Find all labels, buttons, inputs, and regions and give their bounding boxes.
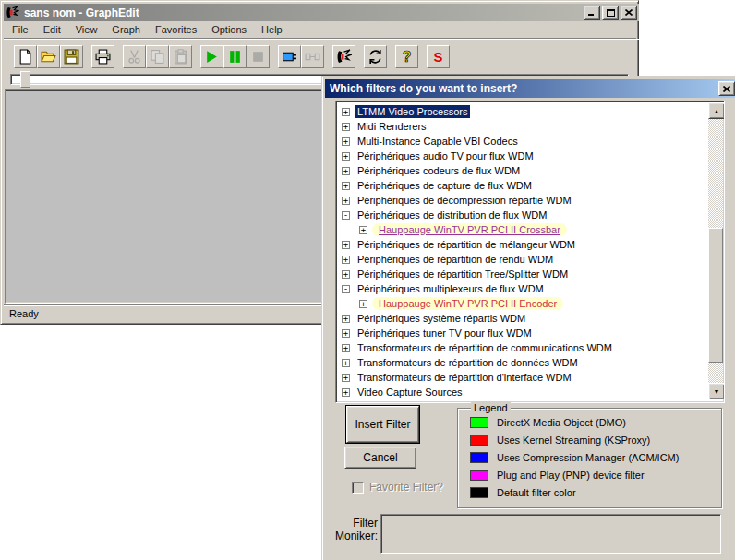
stats-s-button[interactable]: S xyxy=(427,45,450,68)
filter-moniker-field[interactable] xyxy=(380,514,721,554)
tree-item[interactable]: +Périphériques de capture de flux WDM xyxy=(340,178,705,193)
print-button[interactable] xyxy=(91,45,114,68)
tree-item[interactable]: +Périphériques de décompression répartie… xyxy=(340,193,705,208)
tree-item[interactable]: +Video Capture Sources xyxy=(340,385,705,399)
expand-icon[interactable]: + xyxy=(342,241,350,249)
copy-button[interactable] xyxy=(146,45,169,68)
tree-item-label[interactable]: Périphériques de répartition de mélangeu… xyxy=(355,238,578,251)
tree-scrollbar[interactable]: ▲ ▼ xyxy=(708,102,723,399)
tree-item[interactable]: +Transformateurs de répartition de commu… xyxy=(340,340,705,355)
tree-item-label[interactable]: Périphériques multiplexeurs de flux WDM xyxy=(355,282,547,295)
play-button[interactable] xyxy=(200,45,223,68)
filter-tree-list[interactable]: +LTMM Video Processors+Midi Renderers+Mu… xyxy=(335,101,725,403)
window-titlebar[interactable]: sans nom - GraphEdit xyxy=(4,4,639,21)
scroll-up-icon[interactable]: ▲ xyxy=(708,102,725,119)
tree-item-label[interactable]: Périphériques système répartis WDM xyxy=(355,312,528,325)
stop-button[interactable] xyxy=(247,45,270,68)
expand-icon[interactable]: + xyxy=(342,270,350,279)
expand-icon[interactable]: + xyxy=(342,123,350,131)
expand-icon[interactable]: + xyxy=(342,152,350,161)
graphedit-logo-button[interactable] xyxy=(332,45,355,68)
cancel-button[interactable]: Cancel xyxy=(344,447,416,469)
tree-item[interactable]: +Hauppauge WinTV PVR PCI II Encoder xyxy=(340,296,705,311)
tree-item[interactable]: +Transformateurs de répartition d'interf… xyxy=(340,370,705,385)
expand-icon[interactable]: + xyxy=(342,256,350,264)
open-folder-button[interactable] xyxy=(37,45,60,68)
expand-icon[interactable]: + xyxy=(342,315,350,323)
tree-item[interactable]: +Multi-Instance Capable VBI Codecs xyxy=(340,134,705,149)
menu-graph[interactable]: Graph xyxy=(104,22,148,37)
tree-item[interactable]: +Périphériques codeurs de flux WDM xyxy=(340,163,705,178)
insert-filter-button[interactable]: Insert Filter xyxy=(345,405,420,444)
expand-icon[interactable]: + xyxy=(359,300,368,308)
tree-item[interactable]: +Transformateurs de répartition de donné… xyxy=(340,355,705,370)
menu-file[interactable]: File xyxy=(5,22,36,37)
expand-icon[interactable]: + xyxy=(342,108,350,116)
expand-icon[interactable]: + xyxy=(342,374,350,382)
tree-item-label[interactable]: Périphériques de répartition de rendu WD… xyxy=(355,253,556,266)
tree-item[interactable]: +Périphériques de répartition de rendu W… xyxy=(340,252,705,267)
minimize-button[interactable] xyxy=(584,6,600,20)
close-button[interactable] xyxy=(621,6,637,20)
expand-icon[interactable]: + xyxy=(342,344,350,352)
pause-button[interactable] xyxy=(223,45,247,68)
expand-icon[interactable]: + xyxy=(342,167,350,175)
cut-button[interactable] xyxy=(123,45,146,68)
dialog-close-button[interactable] xyxy=(718,81,735,96)
menu-help[interactable]: Help xyxy=(254,22,290,37)
tree-item-label[interactable]: Périphériques audio TV pour flux WDM xyxy=(355,149,536,162)
expand-icon[interactable]: + xyxy=(342,182,350,190)
tree-item-label[interactable]: Périphériques tuner TV pour flux WDM xyxy=(355,327,535,340)
tree-item[interactable]: +Périphériques audio TV pour flux WDM xyxy=(340,149,705,163)
expand-icon[interactable]: + xyxy=(342,137,350,146)
tree-item-label[interactable]: Périphériques de capture de flux WDM xyxy=(355,179,535,192)
refresh-button[interactable] xyxy=(364,45,387,68)
tree-item[interactable]: +Périphériques tuner TV pour flux WDM xyxy=(340,326,705,340)
menu-edit[interactable]: Edit xyxy=(36,22,68,37)
tree-item-label[interactable]: Video Capture Sources xyxy=(355,386,465,399)
tree-item-label[interactable]: Périphériques de distribution de flux WD… xyxy=(355,209,549,221)
tree-item[interactable]: +Périphériques de répartition Tree/Split… xyxy=(340,267,705,281)
tree-item[interactable]: +LTMM Video Processors xyxy=(340,104,705,119)
connect-pins-button[interactable] xyxy=(301,45,324,68)
scroll-down-icon[interactable]: ▼ xyxy=(708,383,725,399)
tree-item-label[interactable]: Multi-Instance Capable VBI Codecs xyxy=(355,135,521,148)
tree-item-label[interactable]: Périphériques de décompression répartie … xyxy=(355,194,574,207)
expand-icon[interactable]: + xyxy=(342,359,350,367)
tree-item-label[interactable]: Périphériques de répartition Tree/Splitt… xyxy=(355,268,571,280)
tree-item[interactable]: +Hauppauge WinTV PVR PCI II Crossbar xyxy=(340,222,705,237)
save-button[interactable] xyxy=(60,45,83,68)
tree-item[interactable]: +Périphériques de répartition de mélange… xyxy=(340,237,705,252)
expand-icon[interactable]: + xyxy=(342,197,350,205)
tree-item-label[interactable]: Hauppauge WinTV PVR PCI II Encoder xyxy=(372,297,563,310)
tree-item-label[interactable]: Transformateurs de répartition de donnée… xyxy=(355,356,581,369)
tree-item-label[interactable]: Midi Renderers xyxy=(355,120,429,133)
collapse-icon[interactable]: - xyxy=(342,285,350,293)
tree-item[interactable]: +Périphériques système répartis WDM xyxy=(340,311,705,326)
tree-item-label[interactable]: Hauppauge WinTV PVR PCI II Crossbar xyxy=(372,223,567,236)
menu-favorites[interactable]: Favorites xyxy=(148,22,204,37)
tree-item-label[interactable]: Transformateurs de répartition de commun… xyxy=(355,341,615,354)
tree-item[interactable]: -Périphériques de distribution de flux W… xyxy=(340,208,705,222)
expand-icon[interactable]: + xyxy=(342,388,350,397)
help-icon: ? xyxy=(399,49,415,65)
maximize-button[interactable] xyxy=(602,6,619,20)
trackbar-thumb[interactable] xyxy=(20,71,30,88)
insert-filter-button[interactable] xyxy=(278,45,301,68)
new-document-button[interactable] xyxy=(14,45,37,68)
paste-button[interactable] xyxy=(169,45,192,68)
expand-icon[interactable]: + xyxy=(359,226,368,234)
tree-item[interactable]: -Périphériques multiplexeurs de flux WDM xyxy=(340,281,705,296)
favorite-filter-checkbox[interactable] xyxy=(352,482,364,494)
menu-options[interactable]: Options xyxy=(204,22,254,37)
tree-item[interactable]: +Midi Renderers xyxy=(340,119,705,134)
menu-view[interactable]: View xyxy=(68,22,105,37)
tree-item-label[interactable]: Transformateurs de répartition d'interfa… xyxy=(355,371,574,384)
tree-item-label[interactable]: Périphériques codeurs de flux WDM xyxy=(355,164,523,177)
dialog-titlebar[interactable]: Which filters do you want to insert? xyxy=(325,79,735,98)
scrollbar-thumb[interactable] xyxy=(708,228,723,363)
collapse-icon[interactable]: - xyxy=(342,211,350,220)
tree-item-label[interactable]: LTMM Video Processors xyxy=(355,105,470,118)
expand-icon[interactable]: + xyxy=(342,329,350,338)
help-button[interactable]: ? xyxy=(395,45,418,68)
